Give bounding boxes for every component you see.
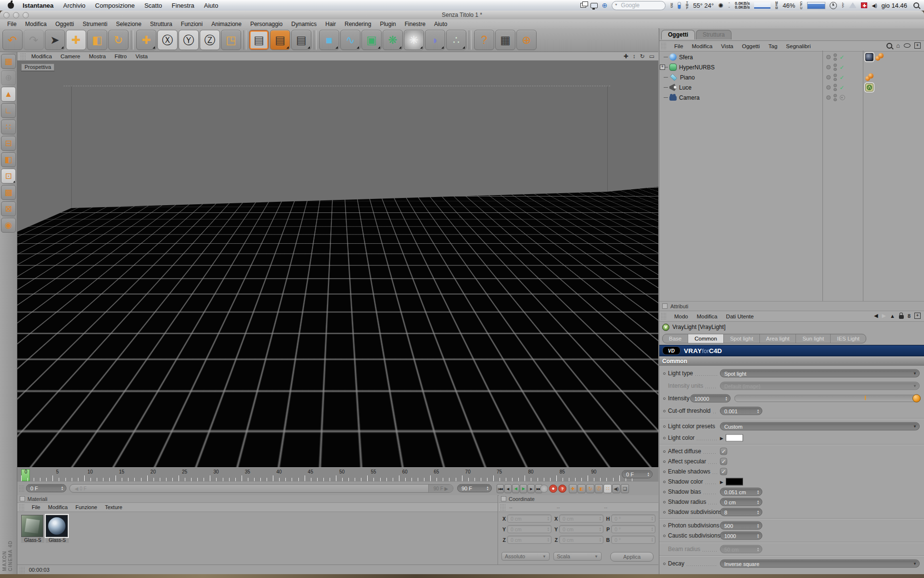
animation-dot-icon[interactable] [663, 460, 666, 463]
coordinate-system-button[interactable]: ◳ [221, 30, 241, 50]
live-selection-button[interactable]: ➤ [45, 30, 65, 50]
spotlight-icon[interactable] [913, 2, 919, 8]
coordinate-field[interactable]: 0 °▲▼ [611, 536, 655, 544]
stepper-capsule[interactable]: 8▲▼ [720, 508, 762, 516]
key-parameter-button[interactable]: Ⓟ [595, 484, 603, 493]
object-row-sfera[interactable]: Sfera✓ [659, 52, 924, 62]
app-menu-oggetti[interactable]: Oggetti [51, 21, 78, 27]
attr-tab-ies-light[interactable]: IES Light [831, 334, 866, 343]
attr-stepper[interactable]: 500▲▼ [720, 522, 762, 530]
menubar-item-aiuto[interactable]: Aiuto [199, 2, 223, 9]
attributes-menu-modifica[interactable]: Modifica [693, 314, 722, 319]
editor-render-dots[interactable] [834, 64, 837, 71]
render-settings-button[interactable]: ▤ [291, 30, 311, 50]
expand-arrow-icon[interactable]: ▶ [720, 479, 723, 484]
object-manager-menu-oggetti[interactable]: Oggetti [738, 43, 764, 49]
animation-dot-icon[interactable] [663, 563, 666, 565]
key-scale-button[interactable]: ◧ [578, 484, 586, 493]
object-name[interactable]: Camera [679, 94, 700, 101]
checkbox[interactable]: ✓ [720, 448, 727, 455]
stepper-arrows-icon[interactable]: ▲▼ [755, 490, 759, 494]
menubar-item-finestra[interactable]: Finestra [167, 2, 199, 9]
attr-dropdown[interactable]: Spot light▼ [720, 369, 920, 378]
add-spline-button[interactable]: ∿ [340, 30, 360, 50]
menubar-clock[interactable]: gio 14.46 [882, 2, 908, 9]
attr-stepper[interactable]: 0.001▲▼ [720, 407, 762, 415]
apply-button[interactable]: Applica [610, 552, 654, 562]
coordinate-menu-grip[interactable] [500, 504, 506, 511]
attr-tab-area-light[interactable]: Area light [760, 334, 796, 343]
coordinate-field[interactable]: 0 cm▲▼ [507, 536, 552, 544]
keyboard-layout-flag-icon[interactable] [861, 2, 867, 8]
materials-menu-texture[interactable]: Texture [101, 504, 126, 510]
polygons-mode-button[interactable]: ◧ [1, 152, 16, 167]
attr-stepper[interactable]: 0.051 cm▲▼ [720, 488, 762, 496]
goto-start-button[interactable]: |◀◀ [497, 484, 504, 493]
menubar-app-name[interactable]: Istantanea [18, 2, 58, 9]
scale-button[interactable]: ◧ [87, 30, 107, 50]
rotate-view-icon[interactable]: ↻ [640, 53, 645, 60]
zoom-view-icon[interactable]: ↕ [633, 53, 636, 60]
attr-checkbox[interactable]: ✓ [720, 468, 727, 475]
key-rotation-button[interactable]: ↻ [586, 484, 594, 493]
visibility-dots[interactable] [826, 94, 861, 101]
attr-checkbox[interactable]: ✓ [720, 458, 727, 465]
attr-stepper[interactable]: 50 cm▲▼ [720, 545, 762, 553]
app-menu-modifica[interactable]: Modifica [21, 21, 51, 27]
window-switch-icon[interactable] [580, 3, 586, 8]
animation-dot-icon[interactable] [663, 525, 666, 527]
add-environment-button[interactable]: ∴ [446, 30, 466, 50]
stepper-arrows-icon[interactable]: ▲▼ [597, 516, 602, 521]
coordinate-field[interactable]: 0 °▲▼ [611, 525, 655, 533]
stepper-capsule[interactable]: 0.051 cm▲▼ [720, 488, 762, 496]
add-deformer-button[interactable]: ◗ [425, 30, 445, 50]
slider-track[interactable] [734, 395, 921, 402]
stepper-capsule[interactable]: 0.001▲▼ [720, 407, 762, 415]
search-icon[interactable] [886, 43, 892, 49]
animation-dot-icon[interactable] [663, 410, 666, 412]
stepper-arrows-icon[interactable]: ▲▼ [755, 409, 759, 413]
attr-tab-sun-light[interactable]: Sun light [796, 334, 831, 343]
help-button[interactable]: ? [474, 30, 494, 50]
start-frame-field[interactable]: 0 F ▲▼ [26, 484, 66, 492]
add-icon[interactable]: + [914, 313, 921, 319]
home-icon[interactable]: ⌂ [896, 42, 900, 49]
texture-mode-button[interactable]: ▩ [1, 185, 16, 200]
section-header[interactable]: Common [659, 356, 924, 366]
stepper-arrows-icon[interactable]: ▲▼ [755, 534, 759, 538]
menubar-item-scatto[interactable]: Scatto [140, 2, 167, 9]
app-menu-hair[interactable]: Hair [321, 21, 340, 27]
lock-y-button[interactable]: Ⓨ [179, 30, 199, 50]
color-swatch[interactable] [726, 434, 743, 442]
dot[interactable] [834, 64, 837, 67]
attr-color[interactable]: ▶ [720, 434, 743, 442]
coordinate-field[interactable]: 0 cm▲▼ [559, 514, 603, 523]
render-picture-viewer-button[interactable]: ▤ [270, 30, 290, 50]
coordinate-field[interactable]: 0 cm▲▼ [507, 525, 552, 533]
viewport-menu-grip[interactable] [20, 53, 26, 60]
attr-checkbox[interactable]: ✓ [720, 448, 727, 455]
attr-stepper[interactable]: 1000▲▼ [720, 532, 762, 540]
app-menu-personaggio[interactable]: Personaggio [246, 21, 287, 27]
dot[interactable] [834, 74, 837, 77]
texture-axis-mode-button[interactable]: ⊠ [1, 201, 16, 216]
viewport-3d[interactable]: Y X Z Prospettiva [17, 61, 658, 467]
enabled-check-icon[interactable]: ✓ [840, 64, 845, 71]
animation-dot-icon[interactable] [663, 437, 666, 439]
panel-dock-icon[interactable] [662, 303, 667, 309]
keyframe-selection-button[interactable]: ❏ [621, 484, 629, 493]
app-menu-animazione[interactable]: Animazione [207, 21, 246, 27]
stepper-arrows-icon[interactable]: ▲▼ [597, 538, 602, 542]
stepper-arrows-icon[interactable]: ▲▼ [649, 516, 654, 521]
preview-range-slider[interactable]: ◀ 0 F 90 F ▶ [69, 484, 453, 493]
enabled-check-icon[interactable]: ✓ [840, 54, 845, 61]
next-key-button[interactable]: |▶ [527, 484, 535, 493]
visibility-dots[interactable]: ✓ [826, 74, 861, 81]
dot[interactable] [834, 84, 837, 87]
layer-dot-icon[interactable] [826, 85, 831, 90]
menubar-item-composizione[interactable]: Composizione [90, 2, 140, 9]
key-sound-button[interactable]: ◀) [612, 484, 620, 493]
lock-icon[interactable] [899, 315, 904, 319]
stepper-arrows-icon[interactable]: ▲▼ [755, 547, 759, 552]
attr-slider[interactable]: 10000▲▼ [690, 394, 921, 403]
